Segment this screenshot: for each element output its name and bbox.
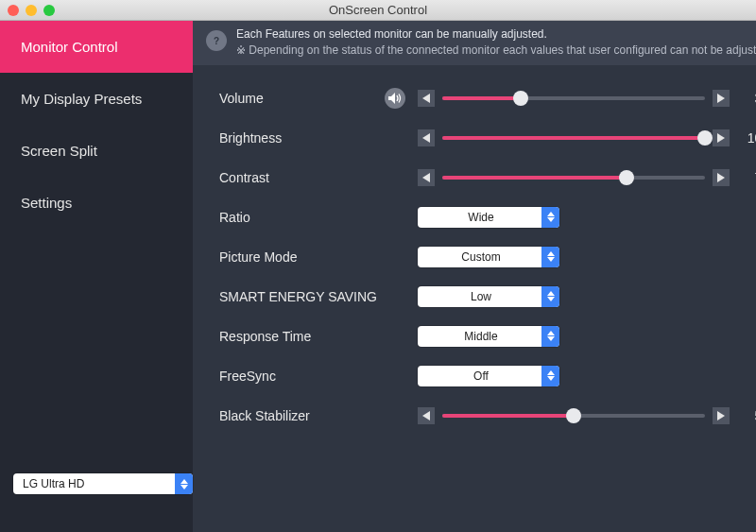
svg-marker-6 xyxy=(422,133,430,143)
label-volume: Volume xyxy=(219,91,389,106)
blackstab-increase-button[interactable] xyxy=(713,407,730,424)
blackstab-value: 50 xyxy=(735,408,756,423)
nav-label: My Display Presets xyxy=(21,91,142,107)
svg-marker-14 xyxy=(547,291,555,296)
select-arrows-icon xyxy=(541,247,559,267)
titlebar: OnScreen Control xyxy=(0,0,756,21)
ratio-value: Wide xyxy=(418,211,559,224)
nav-settings[interactable]: Settings xyxy=(0,177,193,229)
label-ratio: Ratio xyxy=(219,210,389,225)
svg-marker-1 xyxy=(180,485,188,489)
svg-marker-7 xyxy=(717,133,725,143)
volume-icon[interactable] xyxy=(385,88,405,109)
label-energy-saving: SMART ENERGY SAVING xyxy=(219,289,389,304)
row-volume: Volume 30 xyxy=(219,78,756,118)
label-black-stabilizer: Black Stabilizer xyxy=(219,408,389,423)
select-arrows-icon xyxy=(541,286,559,307)
label-brightness: Brightness xyxy=(219,130,389,146)
volume-increase-button[interactable] xyxy=(713,90,730,107)
select-arrows-icon xyxy=(541,207,559,228)
svg-marker-11 xyxy=(547,217,555,222)
picture-mode-select[interactable]: Custom xyxy=(418,247,559,267)
row-brightness: Brightness 100 xyxy=(219,118,756,158)
row-response-time: Response Time Middle xyxy=(219,317,756,356)
svg-marker-8 xyxy=(422,173,430,182)
nav-screen-split[interactable]: Screen Split xyxy=(0,125,193,177)
brightness-increase-button[interactable] xyxy=(713,129,730,146)
response-time-select[interactable]: Middle xyxy=(418,326,559,347)
row-contrast: Contrast 70 xyxy=(219,158,756,197)
brightness-slider[interactable] xyxy=(442,136,705,140)
traffic-lights xyxy=(8,5,55,16)
svg-marker-18 xyxy=(547,370,555,375)
minimize-icon[interactable] xyxy=(26,5,37,16)
info-banner: ? Each Features on selected monitor can … xyxy=(193,21,756,65)
row-energy-saving: SMART ENERGY SAVING Low xyxy=(219,277,756,317)
maximize-icon[interactable] xyxy=(43,5,55,16)
volume-decrease-button[interactable] xyxy=(418,90,435,107)
svg-marker-19 xyxy=(547,376,555,381)
help-icon[interactable]: ? xyxy=(206,30,227,51)
nav-display-presets[interactable]: My Display Presets xyxy=(0,73,193,125)
contrast-value: 70 xyxy=(735,170,756,185)
brightness-decrease-button[interactable] xyxy=(418,129,435,146)
freesync-select[interactable]: Off xyxy=(418,366,559,386)
svg-marker-17 xyxy=(547,336,555,341)
contrast-increase-button[interactable] xyxy=(713,169,730,186)
svg-marker-21 xyxy=(717,411,725,420)
svg-marker-5 xyxy=(717,94,725,103)
volume-value: 30 xyxy=(735,91,756,106)
row-picture-mode: Picture Mode Custom xyxy=(219,237,756,277)
svg-text:?: ? xyxy=(214,36,219,46)
row-ratio: Ratio Wide xyxy=(219,197,756,237)
label-response-time: Response Time xyxy=(219,329,389,344)
svg-marker-13 xyxy=(547,257,555,262)
label-contrast: Contrast xyxy=(219,170,389,185)
svg-marker-4 xyxy=(422,94,430,103)
energy-saving-value: Low xyxy=(418,290,559,303)
nav-label: Monitor Control xyxy=(21,39,118,55)
nav-label: Settings xyxy=(21,195,72,211)
monitor-select[interactable]: LG Ultra HD xyxy=(13,473,193,494)
svg-marker-3 xyxy=(388,93,395,104)
row-black-stabilizer: Black Stabilizer 50 xyxy=(219,396,756,436)
nav-label: Screen Split xyxy=(21,143,97,159)
info-line1: Each Features on selected monitor can be… xyxy=(236,26,756,43)
close-icon[interactable] xyxy=(8,5,19,16)
main-panel: ? Each Features on selected monitor can … xyxy=(193,21,756,532)
sidebar: Monitor Control My Display Presets Scree… xyxy=(0,21,193,532)
response-time-value: Middle xyxy=(418,330,559,343)
svg-marker-15 xyxy=(547,297,555,301)
contrast-slider[interactable] xyxy=(442,176,705,180)
svg-marker-0 xyxy=(180,479,188,484)
svg-marker-12 xyxy=(547,251,555,256)
blackstab-slider[interactable] xyxy=(442,414,705,418)
picture-mode-value: Custom xyxy=(418,250,559,264)
svg-marker-9 xyxy=(717,173,725,182)
select-arrows-icon xyxy=(175,473,193,494)
row-freesync: FreeSync Off xyxy=(219,356,756,396)
nav-monitor-control[interactable]: Monitor Control xyxy=(0,21,193,73)
svg-marker-20 xyxy=(422,411,430,420)
monitor-select-value: LG Ultra HD xyxy=(13,477,193,490)
select-arrows-icon xyxy=(541,326,559,347)
info-line2: ※ Depending on the status of the connect… xyxy=(236,43,756,59)
label-freesync: FreeSync xyxy=(219,369,389,384)
ratio-select[interactable]: Wide xyxy=(418,207,559,228)
freesync-value: Off xyxy=(418,369,559,383)
blackstab-decrease-button[interactable] xyxy=(418,407,435,424)
contrast-decrease-button[interactable] xyxy=(418,169,435,186)
svg-marker-16 xyxy=(547,331,555,335)
svg-marker-10 xyxy=(547,212,555,216)
energy-saving-select[interactable]: Low xyxy=(418,286,559,307)
label-picture-mode: Picture Mode xyxy=(219,249,389,265)
brightness-value: 100 xyxy=(735,130,756,146)
volume-slider[interactable] xyxy=(442,96,705,100)
select-arrows-icon xyxy=(541,366,559,386)
window-title: OnScreen Control xyxy=(0,3,756,17)
